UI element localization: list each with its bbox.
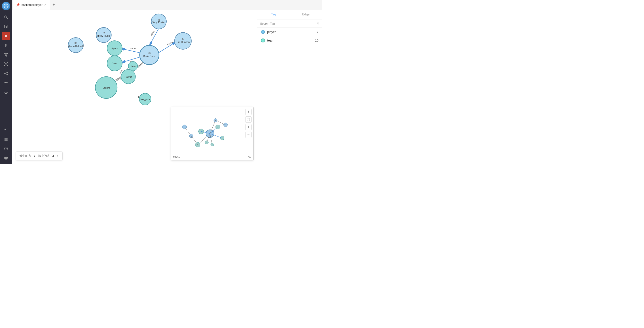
minimap-controls: + − [245, 109, 252, 138]
tag-list: player 7 team 10 [258, 28, 322, 164]
svg-text:follow: follow [150, 30, 155, 36]
tab-edge[interactable]: Edge [290, 10, 322, 19]
team-tag-count: 10 [315, 39, 318, 42]
svg-line-95 [184, 127, 198, 145]
svg-text:36: 36 [158, 18, 160, 21]
svg-text:Tony Parker: Tony Parker [152, 21, 166, 23]
player-tag-count: 7 [317, 30, 318, 34]
algo-icon[interactable] [2, 88, 10, 96]
svg-point-2 [4, 6, 6, 7]
right-panel: Tag Edge ▽ player 7 team 10 [257, 10, 322, 164]
selection-status-bar: 选中的点 7 选中的边 4 ∧ [16, 151, 62, 160]
svg-point-97 [248, 111, 249, 112]
svg-point-7 [5, 35, 7, 37]
app-logo [2, 2, 10, 10]
svg-line-25 [6, 64, 7, 65]
svg-rect-37 [4, 139, 8, 140]
svg-point-34 [6, 92, 6, 93]
svg-point-1 [6, 4, 7, 5]
svg-point-41 [5, 157, 7, 159]
team-tag-label: team [267, 39, 312, 42]
minimap-layout-btn[interactable] [245, 109, 252, 115]
tag-search-input[interactable] [260, 22, 315, 25]
minimap-expand-button[interactable]: ≫ [248, 155, 252, 159]
svg-point-28 [7, 74, 8, 75]
pin-icon: 📌 [16, 3, 20, 6]
tab-bar: 📌 basketballplayer ✕ + [12, 0, 322, 10]
help-icon[interactable]: ? [2, 144, 10, 153]
svg-text:Jazz: Jazz [112, 62, 118, 65]
search-icon[interactable] [2, 13, 10, 21]
svg-text:Hawks: Hawks [124, 75, 132, 78]
svg-rect-102 [247, 118, 250, 121]
minimap-zoom-out-btn[interactable]: − [245, 132, 252, 138]
share-icon[interactable] [2, 69, 10, 78]
player-tag-label: player [267, 30, 314, 34]
svg-line-12 [5, 35, 6, 35]
svg-text:Java: Java [130, 65, 136, 68]
tag-item-player[interactable]: player 7 [258, 28, 322, 36]
player-tag-color [261, 30, 265, 34]
svg-point-19 [7, 62, 8, 63]
svg-text:42: 42 [182, 38, 184, 40]
svg-text:32: 32 [74, 42, 77, 44]
svg-point-20 [4, 65, 5, 66]
layout-icon[interactable] [2, 60, 10, 68]
hand-icon[interactable] [2, 41, 10, 50]
expand-chevron[interactable]: ∧ [56, 154, 59, 158]
svg-point-84 [211, 143, 214, 146]
svg-line-23 [6, 63, 7, 64]
minimap-fullscreen-btn[interactable] [245, 116, 252, 123]
path-icon[interactable] [2, 79, 10, 87]
svg-line-22 [5, 63, 6, 64]
tab-close-button[interactable]: ✕ [44, 3, 46, 6]
svg-marker-16 [4, 53, 8, 56]
filter-icon[interactable] [2, 50, 10, 59]
svg-line-24 [5, 64, 6, 65]
svg-text:28: 28 [102, 32, 105, 35]
svg-text:Lakers: Lakers [102, 86, 110, 89]
svg-text:Tim Duncan: Tim Duncan [176, 41, 190, 43]
graph-canvas[interactable]: follow follow serve serve serve serve [12, 10, 257, 164]
list-icon[interactable] [2, 135, 10, 143]
svg-point-3 [7, 6, 8, 7]
svg-rect-38 [4, 140, 8, 141]
search-row: ▽ [258, 19, 322, 28]
svg-line-15 [5, 36, 6, 37]
new-tab-button[interactable]: + [50, 2, 58, 7]
svg-text:serve: serve [130, 47, 136, 50]
svg-text:Nuggets: Nuggets [140, 98, 150, 100]
tab-tag[interactable]: Tag [258, 10, 290, 19]
svg-point-42 [4, 156, 8, 160]
select-icon[interactable] [2, 22, 10, 31]
settings-icon[interactable] [2, 154, 10, 162]
svg-point-32 [7, 82, 8, 83]
svg-text:Marco Belinelli: Marco Belinelli [68, 45, 84, 48]
selected-edges-value: 4 [52, 154, 54, 158]
svg-text:Boris Diaw: Boris Diaw [143, 55, 156, 57]
svg-point-83 [196, 142, 200, 147]
filter-icon[interactable]: ▽ [317, 22, 319, 25]
svg-point-17 [6, 64, 6, 64]
svg-point-31 [4, 82, 5, 83]
minimap-zoom-label: 137% [173, 156, 180, 159]
undo-icon[interactable] [2, 126, 10, 134]
tab-title: basketballplayer [22, 3, 42, 6]
svg-line-29 [5, 73, 7, 73]
node-expand-icon[interactable] [2, 32, 10, 40]
svg-text:36: 36 [148, 52, 151, 54]
svg-point-27 [4, 73, 5, 74]
svg-line-30 [5, 74, 7, 74]
svg-text:follow: follow [167, 41, 173, 46]
sidebar: ? [0, 0, 12, 164]
main-area: 📌 basketballplayer ✕ + foll [12, 0, 322, 164]
svg-point-18 [4, 62, 5, 63]
svg-line-96 [216, 120, 226, 125]
graph-tab[interactable]: 📌 basketballplayer ✕ [13, 0, 50, 9]
svg-point-76 [182, 125, 187, 129]
svg-point-26 [7, 72, 8, 73]
selected-nodes-label: 选中的点 [20, 154, 31, 158]
tag-item-team[interactable]: team 10 [258, 36, 322, 45]
team-tag-color [261, 38, 265, 42]
minimap-zoom-in-btn[interactable]: + [245, 124, 252, 130]
